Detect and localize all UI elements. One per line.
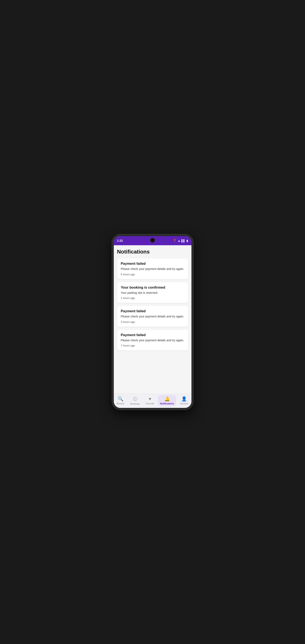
notification-title: Payment failed	[121, 333, 184, 337]
wifi-icon: ▲	[177, 239, 180, 242]
notification-time: 1 hours ago	[121, 296, 184, 300]
nav-label-account: Account	[180, 402, 188, 405]
nav-item-bookings[interactable]: ⓘ Bookings	[128, 395, 142, 406]
nav-item-browse[interactable]: 🔍 Browse	[115, 395, 126, 406]
notifications-list: Payment failed Please check your payment…	[117, 258, 188, 350]
account-icon: 👤	[181, 396, 187, 402]
bookings-icon: ⓘ	[133, 396, 137, 402]
notification-title: Payment failed	[121, 309, 184, 313]
notification-title: Your booking is confirmed	[121, 286, 184, 290]
nav-label-favorite: Favorite	[146, 402, 154, 405]
nav-label-browse: Browse	[117, 402, 124, 405]
nav-item-notifications[interactable]: 🔔 Notifications	[158, 395, 176, 406]
nav-item-favorite[interactable]: ♥ Favorite	[144, 395, 156, 406]
notification-title: Payment failed	[121, 262, 184, 266]
page-title: Notifications	[117, 248, 188, 255]
notification-card[interactable]: Payment failed Please check your payment…	[117, 306, 188, 327]
favorite-icon: ♥	[149, 396, 151, 402]
camera-notch	[150, 238, 155, 243]
main-content: Notifications Payment failed Please chec…	[114, 245, 191, 394]
nav-item-account[interactable]: 👤 Account	[178, 395, 190, 406]
notification-time: 7 hours ago	[121, 344, 184, 347]
location-icon: 📍	[173, 239, 176, 242]
bottom-nav: 🔍 Browse ⓘ Bookings ♥ Favorite 🔔 Notific…	[114, 394, 191, 408]
notification-time: 3 hours ago	[121, 320, 184, 324]
notifications-icon: 🔔	[164, 396, 170, 402]
notification-body: Your parking slot is reserved.	[121, 291, 184, 295]
notification-card[interactable]: Your booking is confirmed Your parking s…	[117, 282, 188, 303]
notification-body: Please check your payment details and tr…	[121, 314, 184, 319]
status-icons: 📍 ▲ ▌▌ ▮	[173, 239, 188, 242]
signal-icon: ▌▌	[181, 239, 185, 242]
nav-label-bookings: Bookings	[130, 402, 140, 405]
status-time: 1:22	[117, 239, 123, 242]
notification-body: Please check your payment details and tr…	[121, 267, 184, 271]
browse-icon: 🔍	[118, 396, 123, 402]
phone-frame: 1:22 📍 ▲ ▌▌ ▮ Notifications Payment fail…	[112, 234, 193, 410]
notification-card[interactable]: Payment failed Please check your payment…	[117, 258, 188, 279]
notification-card[interactable]: Payment failed Please check your payment…	[117, 330, 188, 351]
notification-body: Please check your payment details and tr…	[121, 338, 184, 342]
status-bar: 1:22 📍 ▲ ▌▌ ▮	[114, 236, 191, 245]
battery-icon: ▮	[186, 239, 188, 242]
nav-label-notifications: Notifications	[160, 402, 174, 405]
notification-time: 5 hours ago	[121, 273, 184, 276]
